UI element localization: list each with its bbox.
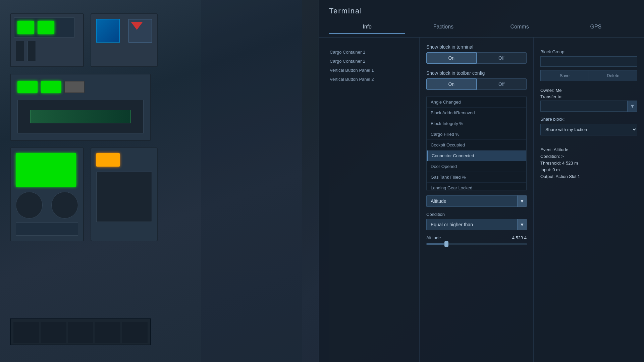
- show-terminal-off-btn[interactable]: Off: [477, 52, 527, 64]
- condition-label: Condition: [426, 212, 527, 217]
- event-info-output-value: Action Slot 1: [556, 174, 580, 179]
- event-info-section: Event: Altitude Condition: >= Threshold:…: [540, 147, 637, 179]
- event-info-threshold-label: Threshold:: [540, 161, 561, 166]
- save-delete-row: Save Delete: [540, 70, 637, 81]
- show-toolbar-on-btn[interactable]: On: [426, 78, 477, 90]
- terminal-left-panel: Cargo Container 1 Cargo Container 2 Vert…: [319, 38, 420, 362]
- show-block-toolbar-toggle: On Off: [426, 78, 527, 90]
- block-group-input[interactable]: [540, 56, 637, 67]
- tab-comms[interactable]: Comms: [482, 20, 558, 34]
- event-info-condition-value: >=: [561, 154, 566, 159]
- show-block-toolbar-label: Show block in toolbar config: [426, 70, 527, 76]
- event-info-condition-label: Condition:: [540, 154, 560, 159]
- event-connector-connected[interactable]: Connector Connected: [427, 150, 526, 161]
- transfer-to-select[interactable]: [540, 101, 637, 112]
- event-info-event-label: Event:: [540, 147, 553, 152]
- transfer-label-text: Transfer to:: [540, 94, 562, 99]
- event-gas-tank[interactable]: Gas Tank Filled %: [427, 172, 526, 183]
- condition-dropdown[interactable]: Equal or higher than ▼: [426, 219, 527, 230]
- block-item-cargo1[interactable]: Cargo Container 1: [326, 48, 413, 57]
- block-item-cargo2[interactable]: Cargo Container 2: [326, 57, 413, 66]
- event-info-threshold-value: 4 523 m: [562, 161, 578, 166]
- event-cockpit-occupied[interactable]: Cockpit Occupied: [427, 140, 526, 150]
- event-info-event: Event: Altitude: [540, 147, 637, 152]
- altitude-header: Altitude 4 523.4: [426, 235, 527, 240]
- event-cargo-filled[interactable]: Cargo Filled %: [427, 129, 526, 140]
- block-group-label: Block Group:: [540, 49, 637, 54]
- event-angle-changed[interactable]: Angle Changed: [427, 97, 526, 108]
- event-info-condition: Condition: >=: [540, 154, 637, 159]
- event-info-output: Output: Action Slot 1: [540, 174, 637, 179]
- share-block-select[interactable]: Share with my faction: [540, 124, 637, 135]
- block-item-panel2[interactable]: Vertical Button Panel 2: [326, 75, 413, 84]
- tab-factions[interactable]: Factions: [405, 20, 481, 34]
- event-block-added[interactable]: Block Added/Removed: [427, 108, 526, 118]
- owner-row: Owner: Me: [540, 88, 637, 93]
- save-button[interactable]: Save: [540, 70, 589, 81]
- block-item-panel1[interactable]: Vertical Button Panel 1: [326, 66, 413, 75]
- condition-arrow-icon: ▼: [517, 219, 527, 230]
- altitude-slider-fill: [427, 243, 444, 245]
- delete-button[interactable]: Delete: [589, 70, 638, 81]
- tab-gps[interactable]: GPS: [558, 20, 634, 34]
- event-info-threshold: Threshold: 4 523 m: [540, 161, 637, 166]
- owner-label: Owner:: [540, 88, 554, 93]
- nav-tabs: Info Factions Comms GPS: [329, 20, 634, 34]
- terminal-center-panel: Show block in terminal On Off Show block…: [420, 38, 533, 362]
- show-block-terminal-label: Show block in terminal: [426, 44, 527, 50]
- show-block-terminal-toggle: On Off: [426, 52, 527, 64]
- altitude-slider-thumb[interactable]: [444, 241, 448, 247]
- altitude-slider[interactable]: [426, 243, 527, 245]
- tab-info[interactable]: Info: [329, 20, 405, 34]
- transfer-to-label: Transfer to:: [540, 94, 637, 99]
- panel-simulation: [0, 0, 302, 362]
- terminal-header: Terminal Info Factions Comms GPS: [319, 0, 644, 38]
- condition-value: Equal or higher than: [431, 222, 473, 227]
- altitude-section: Altitude 4 523.4: [426, 235, 527, 245]
- event-list: Angle Changed Block Added/Removed Block …: [426, 97, 527, 190]
- owner-value: Me: [556, 88, 562, 93]
- show-toolbar-off-btn[interactable]: Off: [477, 78, 527, 90]
- event-info-event-value: Altitude: [554, 147, 568, 152]
- event-info-input-value: 0 m: [552, 167, 560, 172]
- event-info-input: Input: 0 m: [540, 167, 637, 172]
- event-type-value: Altitude: [431, 198, 446, 204]
- event-type-dropdown[interactable]: Altitude ▼: [426, 195, 527, 207]
- event-landing-gear[interactable]: Landing Gear Locked: [427, 183, 526, 190]
- block-list: Cargo Container 1 Cargo Container 2 Vert…: [326, 44, 413, 87]
- event-block-integrity[interactable]: Block Integrity %: [427, 118, 526, 129]
- terminal-title: Terminal: [329, 7, 634, 15]
- transfer-to-dropdown-container: ▼: [540, 101, 637, 112]
- event-type-dropdown-container: Altitude ▼: [426, 195, 527, 207]
- condition-dropdown-container: Equal or higher than ▼: [426, 219, 527, 230]
- event-info-input-label: Input:: [540, 167, 551, 172]
- terminal-right-panel: Block Group: Save Delete Owner: Me Trans…: [533, 38, 644, 362]
- terminal-content: Cargo Container 1 Cargo Container 2 Vert…: [319, 38, 644, 362]
- event-door-opened[interactable]: Door Opened: [427, 161, 526, 172]
- terminal-panel: Terminal Info Factions Comms GPS Cargo C…: [319, 0, 644, 362]
- show-terminal-on-btn[interactable]: On: [426, 52, 477, 64]
- altitude-label: Altitude: [426, 235, 441, 240]
- share-block-label: Share block:: [540, 117, 637, 122]
- event-type-arrow-icon: ▼: [517, 195, 527, 207]
- event-info-output-label: Output:: [540, 174, 555, 179]
- altitude-value: 4 523.4: [512, 235, 527, 240]
